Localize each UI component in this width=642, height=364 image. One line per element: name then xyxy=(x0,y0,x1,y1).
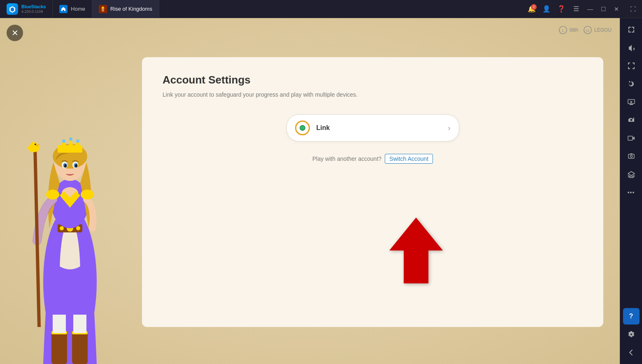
svg-point-24 xyxy=(76,139,79,143)
brand-logos: L lilith LG LEGOU xyxy=(558,26,612,35)
svg-point-33 xyxy=(30,142,37,148)
sidebar-expand-btn[interactable] xyxy=(623,21,640,38)
sidebar-help-btn[interactable]: ? xyxy=(623,308,640,325)
svg-rect-47 xyxy=(628,136,633,140)
link-icon-ring xyxy=(295,121,310,135)
svg-rect-48 xyxy=(628,154,634,158)
play-row: Play with another account? Switch Accoun… xyxy=(163,154,583,164)
maximize-btn[interactable]: ☐ xyxy=(598,3,609,15)
switch-account-button[interactable]: Switch Account xyxy=(385,154,433,164)
hamburger-btn[interactable]: ☰ xyxy=(570,2,583,16)
svg-point-49 xyxy=(630,155,632,158)
help-btn[interactable]: ❓ xyxy=(555,2,568,16)
svg-text:L: L xyxy=(562,29,564,32)
notification-btn[interactable]: 🔔 2 xyxy=(525,2,538,16)
svg-point-29 xyxy=(64,164,67,167)
sidebar-more-btn[interactable]: ••• xyxy=(623,184,640,201)
svg-rect-37 xyxy=(72,331,88,364)
link-button-label: Link xyxy=(316,124,448,132)
svg-point-23 xyxy=(69,137,72,141)
lilith-logo: L lilith xyxy=(558,26,578,35)
titlebar-right: 🔔 2 👤 ❓ ☰ — ☐ ✕ ⛶ xyxy=(525,2,642,16)
svg-marker-44 xyxy=(389,218,443,283)
svg-point-30 xyxy=(75,164,77,167)
tab-home-label: Home xyxy=(71,6,85,12)
tab-rok-label: Rise of Kingdoms xyxy=(110,6,152,12)
home-icon xyxy=(59,5,67,13)
svg-point-35 xyxy=(35,144,36,145)
settings-title: Account Settings xyxy=(163,74,583,86)
link-icon-inner xyxy=(300,125,305,131)
minimize-btn[interactable]: — xyxy=(584,3,596,15)
sidebar-back-btn[interactable] xyxy=(623,344,640,361)
svg-point-51 xyxy=(630,334,632,335)
bluestacks-text: BlueStacks 4.220.0.1109 xyxy=(21,4,46,13)
sidebar-camera-btn[interactable] xyxy=(623,112,640,128)
link-icon xyxy=(295,121,310,135)
sidebar-volume-btn[interactable] xyxy=(623,39,640,56)
sidebar-screenshot-btn[interactable] xyxy=(623,148,640,165)
titlebar: BlueStacks 4.220.0.1109 Home Rise xyxy=(0,0,642,18)
svg-rect-46 xyxy=(630,104,633,105)
sidebar-media-btn[interactable] xyxy=(623,94,640,110)
legou-icon: LG xyxy=(583,26,592,35)
sidebar-settings-btn[interactable] xyxy=(623,326,640,343)
svg-point-22 xyxy=(62,139,65,143)
account-btn[interactable]: 👤 xyxy=(540,2,553,16)
link-arrow: › xyxy=(448,124,451,132)
red-arrow-svg xyxy=(389,218,443,283)
svg-rect-18 xyxy=(58,145,82,153)
window-close-btn[interactable]: ✕ xyxy=(611,3,622,15)
svg-rect-50 xyxy=(630,153,633,154)
settings-description: Link your account to safeguard your prog… xyxy=(163,91,583,98)
svg-rect-36 xyxy=(51,331,67,364)
sidebar-rotate-btn[interactable] xyxy=(623,76,640,92)
sidebar-layers-btn[interactable] xyxy=(623,166,640,183)
titlebar-left: BlueStacks 4.220.0.1109 Home Rise xyxy=(0,0,159,18)
svg-point-43 xyxy=(81,190,94,199)
character-figure xyxy=(12,84,128,364)
bluestacks-logo[interactable]: BlueStacks 4.220.0.1109 xyxy=(0,0,53,18)
link-button[interactable]: Link › xyxy=(286,114,459,141)
play-row-text: Play with another account? xyxy=(312,155,381,162)
character-area xyxy=(0,36,140,364)
svg-point-13 xyxy=(76,226,80,230)
sidebar-fullscreen-btn[interactable] xyxy=(623,58,640,74)
main-area: ✕ L lilith LG LEGOU xyxy=(0,18,642,364)
lilith-icon: L xyxy=(558,26,568,35)
sidebar-record-btn[interactable] xyxy=(623,130,640,146)
svg-rect-40 xyxy=(53,315,66,333)
notification-badge: 2 xyxy=(531,4,537,10)
svg-line-31 xyxy=(35,146,39,327)
settings-panel: Account Settings Link your account to sa… xyxy=(142,57,603,327)
svg-point-42 xyxy=(46,190,59,199)
close-game-btn[interactable]: ✕ xyxy=(7,25,23,41)
annotation-arrow xyxy=(389,218,443,285)
tab-home[interactable]: Home xyxy=(53,0,92,18)
rok-icon xyxy=(99,5,107,13)
right-sidebar: ••• ? xyxy=(620,18,642,364)
legou-logo: LG LEGOU xyxy=(583,26,612,35)
svg-rect-3 xyxy=(102,8,104,12)
game-area: ✕ L lilith LG LEGOU xyxy=(0,18,620,364)
svg-rect-41 xyxy=(73,315,86,333)
svg-point-12 xyxy=(60,226,64,230)
tab-rise-of-kingdoms[interactable]: Rise of Kingdoms xyxy=(92,0,159,18)
bluestacks-icon xyxy=(7,3,18,15)
svg-text:LG: LG xyxy=(586,29,590,32)
expand-btn[interactable]: ⛶ xyxy=(627,3,639,15)
